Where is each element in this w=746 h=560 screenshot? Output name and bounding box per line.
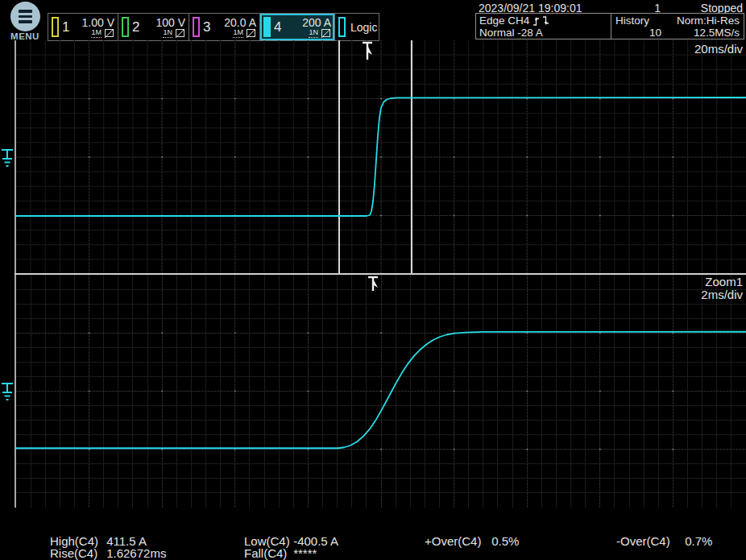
measure-high: High(C4) 411.5 A: [50, 535, 166, 547]
measure-low: Low(C4) -400.5 A: [244, 535, 338, 547]
channel-4-scale: 200 A: [302, 17, 331, 28]
trigger-position-marker-zoom[interactable]: [367, 276, 380, 297]
channel-strip: 1 1.00 V 1M 2 100 V 1N 3: [48, 13, 379, 41]
measure-low-label: Low(C4): [244, 535, 290, 547]
measure-column-1: High(C4) 411.5 A Rise(C4) 1.62672ms: [50, 535, 166, 559]
channel-1-scale: 1.00 V: [82, 17, 114, 28]
measure-nover-label: -Over(C4): [616, 535, 682, 547]
trigger-mode: Edge CH4: [479, 15, 529, 27]
measure-rise: Rise(C4) 1.62672ms: [50, 547, 166, 559]
measure-fall-value: *****: [293, 546, 317, 560]
channel-4-color-bar: [263, 17, 271, 37]
t-flag-icon: [367, 276, 380, 293]
history-count: 10: [615, 27, 661, 39]
zoom-timebase-label: 2ms/div: [701, 288, 743, 301]
measure-column-4: -Over(C4) 0.7%: [616, 535, 712, 547]
channel-4-coupling: 1N: [309, 29, 318, 38]
channel4-ground-marker-main[interactable]: [1, 148, 15, 173]
measure-nover-value: 0.7%: [685, 534, 712, 548]
channel-2-number: 2: [132, 20, 139, 34]
channel-1-coupling: 1M: [91, 29, 102, 38]
channel-1-number: 1: [62, 20, 69, 34]
channel-1-cell[interactable]: 1 1.00 V 1M: [48, 14, 118, 40]
channel-2-color-bar: [122, 17, 129, 37]
channel-3-coupling: 1M: [233, 29, 243, 38]
probe-icon: [104, 29, 114, 38]
probe-icon: [321, 29, 331, 38]
earth-ground-icon: [1, 148, 15, 170]
channel4-ground-marker-zoom[interactable]: [1, 382, 15, 407]
channel-1-color-bar: [52, 17, 59, 37]
probe-icon: [175, 29, 185, 38]
channel-3-scale: 20.0 A: [224, 17, 256, 28]
channel-4-cell[interactable]: 4 200 A 1N: [260, 14, 335, 40]
trigger-info[interactable]: Edge CH4 Normal -28 A: [476, 14, 611, 39]
channel-3-color-bar: [193, 17, 200, 37]
measure-column-2: Low(C4) -400.5 A Fall(C4) *****: [244, 535, 338, 559]
measure-pover: +Over(C4) 0.5%: [425, 535, 519, 547]
trigger-position-marker-main[interactable]: [362, 41, 375, 65]
measure-column-3: +Over(C4) 0.5%: [425, 535, 519, 547]
oscilloscope-screen: MENU 1 1.00 V 1M 2 100 V 1N: [0, 0, 746, 560]
main-timebase-label: 20ms/div: [694, 42, 743, 56]
trigger-acquisition-info-box: Edge CH4 Normal -28 A History Norm:Hi-Re…: [475, 13, 744, 39]
zoom-grid-waveform: [16, 275, 746, 508]
acquisition-mode: Norm:Hi-Res: [677, 15, 740, 27]
logic-cell[interactable]: Logic: [335, 14, 379, 40]
measure-rise-label: Rise(C4): [50, 547, 103, 559]
measure-rise-value: 1.62672ms: [106, 546, 166, 560]
trigger-detail: Normal -28 A: [479, 27, 543, 39]
channel-2-cell[interactable]: 2 100 V 1N: [118, 14, 189, 40]
t-flag-icon: [362, 41, 375, 62]
zoom-waveform-window[interactable]: [16, 275, 746, 508]
logic-label: Logic: [350, 21, 377, 34]
zoom-window-title: Zoom1: [705, 275, 743, 288]
channel-2-scale: 100 V: [155, 17, 185, 28]
measure-pover-label: +Over(C4): [425, 535, 488, 547]
main-waveform-window[interactable]: [16, 40, 746, 274]
menu-button[interactable]: MENU: [7, 2, 43, 41]
earth-ground-icon: [1, 382, 15, 404]
main-grid-waveform: [16, 40, 746, 274]
measure-fall-label: Fall(C4): [244, 547, 290, 559]
measure-fall: Fall(C4) *****: [244, 547, 338, 559]
sample-rate: 12.5MS/s: [694, 27, 740, 39]
history-label: History: [615, 15, 661, 27]
measure-pover-value: 0.5%: [491, 534, 519, 548]
rising-falling-edge-icon: [533, 15, 550, 27]
channel-2-coupling: 1N: [163, 29, 172, 38]
channel-3-number: 3: [203, 20, 210, 34]
logic-color-bar: [338, 17, 346, 37]
menu-icon: [10, 2, 40, 31]
channel-4-number: 4: [274, 20, 281, 34]
measure-nover: -Over(C4) 0.7%: [616, 535, 712, 547]
measure-high-label: High(C4): [50, 535, 103, 547]
acquisition-info[interactable]: History Norm:Hi-Res 10 12.5MS/s: [611, 14, 744, 39]
channel-3-cell[interactable]: 3 20.0 A 1M: [189, 14, 260, 40]
probe-icon: [246, 29, 256, 38]
